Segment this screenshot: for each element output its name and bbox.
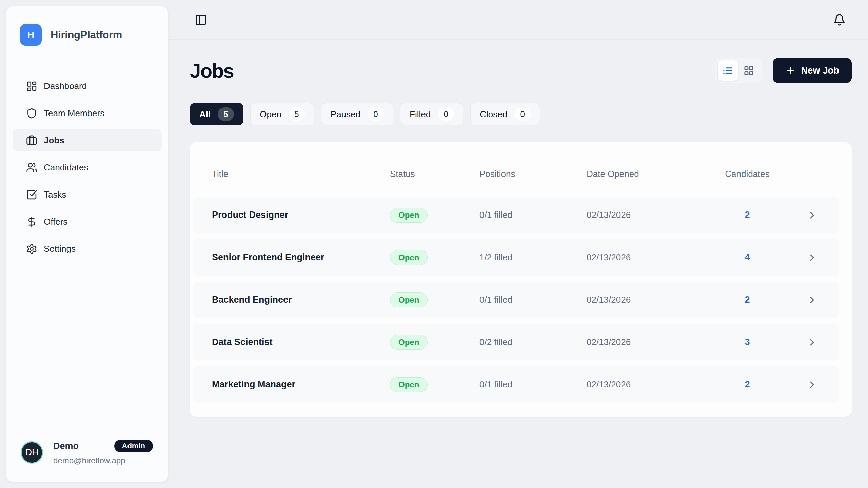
new-job-button[interactable]: New Job xyxy=(773,58,852,83)
status-badge: Open xyxy=(390,208,428,223)
shield-icon xyxy=(26,108,37,119)
sidebar-item-settings[interactable]: Settings xyxy=(13,238,162,260)
briefcase-icon xyxy=(26,135,37,146)
user-email: demo@hireflow.app xyxy=(53,456,153,465)
app-name: HiringPlatform xyxy=(51,29,122,41)
job-date-opened: 02/13/2026 xyxy=(587,337,722,347)
job-candidates-count[interactable]: 4 xyxy=(722,252,773,263)
chevron-right-icon[interactable] xyxy=(807,294,817,305)
filter-count: 0 xyxy=(514,107,531,121)
filter-label: Open xyxy=(260,109,281,120)
job-candidates-count[interactable]: 2 xyxy=(722,294,773,305)
job-title: Product Designer xyxy=(193,210,390,220)
grid-view-button[interactable] xyxy=(739,60,759,81)
dollar-icon xyxy=(26,216,37,227)
sidebar-item-label: Offers xyxy=(44,217,67,227)
list-view-button[interactable] xyxy=(718,60,738,81)
column-header-positions: Positions xyxy=(479,169,587,179)
filter-tab-filled[interactable]: Filled 0 xyxy=(400,103,463,125)
status-badge: Open xyxy=(390,335,428,350)
main-area: Jobs xyxy=(168,0,868,488)
jobs-table-card: Title Status Positions Date Opened Candi… xyxy=(190,142,852,417)
job-positions: 0/1 filled xyxy=(479,294,587,305)
filter-label: Paused xyxy=(331,109,360,120)
status-badge: Open xyxy=(390,377,428,392)
filter-tab-open[interactable]: Open 5 xyxy=(250,103,314,125)
filter-label: All xyxy=(199,109,211,120)
filter-tab-all[interactable]: All 5 xyxy=(190,103,243,125)
avatar: DH xyxy=(21,441,43,464)
app-logo-letter: H xyxy=(27,29,34,40)
column-header-title: Title xyxy=(193,169,390,179)
notifications-button[interactable] xyxy=(833,14,846,26)
sidebar-item-label: Jobs xyxy=(44,135,64,146)
chevron-right-icon[interactable] xyxy=(807,252,817,263)
status-badge: Open xyxy=(390,292,428,307)
filter-label: Filled xyxy=(410,109,431,120)
sidebar: H HiringPlatform Dashboard Team Members … xyxy=(6,6,168,482)
job-date-opened: 02/13/2026 xyxy=(587,252,722,263)
sidebar-item-tasks[interactable]: Tasks xyxy=(13,183,162,206)
sidebar-item-dashboard[interactable]: Dashboard xyxy=(13,75,162,97)
chevron-right-icon[interactable] xyxy=(807,210,817,221)
table-row[interactable]: Product Designer Open 0/1 filled 02/13/2… xyxy=(193,197,839,233)
job-candidates-count[interactable]: 2 xyxy=(722,379,773,390)
table-row[interactable]: Senior Frontend Engineer Open 1/2 filled… xyxy=(193,239,839,276)
job-title: Marketing Manager xyxy=(193,379,390,390)
filter-count: 5 xyxy=(218,107,234,121)
filter-count: 0 xyxy=(438,107,454,121)
sidebar-item-label: Team Members xyxy=(44,108,104,119)
sidebar-nav: Dashboard Team Members Jobs Candidates T… xyxy=(6,75,168,265)
page-head: Jobs xyxy=(190,58,852,83)
sidebar-item-label: Settings xyxy=(44,244,76,254)
layout-grid-icon xyxy=(744,65,754,76)
table-header: Title Status Positions Date Opened Candi… xyxy=(193,169,839,179)
plus-icon xyxy=(785,65,795,76)
job-positions: 1/2 filled xyxy=(479,252,587,263)
filter-tabs: All 5 Open 5 Paused 0 Filled 0 Closed 0 xyxy=(190,103,852,125)
panel-left-icon xyxy=(195,14,207,26)
filter-tab-paused[interactable]: Paused 0 xyxy=(321,103,393,125)
avatar-initials: DH xyxy=(25,447,39,458)
filter-label: Closed xyxy=(480,109,507,120)
job-positions: 0/1 filled xyxy=(479,379,587,390)
job-title: Data Scientist xyxy=(193,337,390,347)
users-icon xyxy=(26,162,37,173)
column-header-candidates: Candidates xyxy=(722,169,773,179)
sidebar-item-candidates[interactable]: Candidates xyxy=(13,156,162,179)
filter-count: 0 xyxy=(368,107,384,121)
job-candidates-count[interactable]: 2 xyxy=(722,210,773,220)
sidebar-toggle-button[interactable] xyxy=(195,14,207,26)
sidebar-item-label: Dashboard xyxy=(44,81,87,92)
new-job-label: New Job xyxy=(801,65,839,76)
layout-dashboard-icon xyxy=(26,81,37,92)
column-header-date-opened: Date Opened xyxy=(587,169,722,179)
chevron-right-icon[interactable] xyxy=(807,379,817,390)
filter-tab-closed[interactable]: Closed 0 xyxy=(470,103,540,125)
user-info: Demo Admin demo@hireflow.app xyxy=(53,440,153,465)
status-badge: Open xyxy=(390,250,428,265)
chevron-right-icon[interactable] xyxy=(807,337,817,348)
sidebar-user[interactable]: DH Demo Admin demo@hireflow.app xyxy=(6,426,168,482)
gear-icon xyxy=(26,243,37,255)
job-title: Backend Engineer xyxy=(193,294,390,305)
sidebar-item-label: Tasks xyxy=(44,189,66,200)
job-date-opened: 02/13/2026 xyxy=(587,379,722,390)
filter-count: 5 xyxy=(289,107,305,121)
page-title: Jobs xyxy=(190,59,234,82)
view-toggle xyxy=(715,58,762,83)
table-row[interactable]: Data Scientist Open 0/2 filled 02/13/202… xyxy=(193,324,839,360)
sidebar-item-team-members[interactable]: Team Members xyxy=(13,102,162,124)
job-date-opened: 02/13/2026 xyxy=(587,210,722,220)
table-row[interactable]: Marketing Manager Open 0/1 filled 02/13/… xyxy=(193,366,839,403)
user-name: Demo xyxy=(53,441,79,451)
sidebar-item-jobs[interactable]: Jobs xyxy=(13,129,162,151)
square-check-icon xyxy=(26,189,37,200)
sidebar-item-label: Candidates xyxy=(44,162,88,173)
sidebar-item-offers[interactable]: Offers xyxy=(13,210,162,233)
app-logo: H xyxy=(20,24,42,46)
table-body: Product Designer Open 0/1 filled 02/13/2… xyxy=(193,197,839,403)
table-row[interactable]: Backend Engineer Open 0/1 filled 02/13/2… xyxy=(193,282,839,318)
job-candidates-count[interactable]: 3 xyxy=(722,337,773,347)
topbar xyxy=(168,0,868,40)
